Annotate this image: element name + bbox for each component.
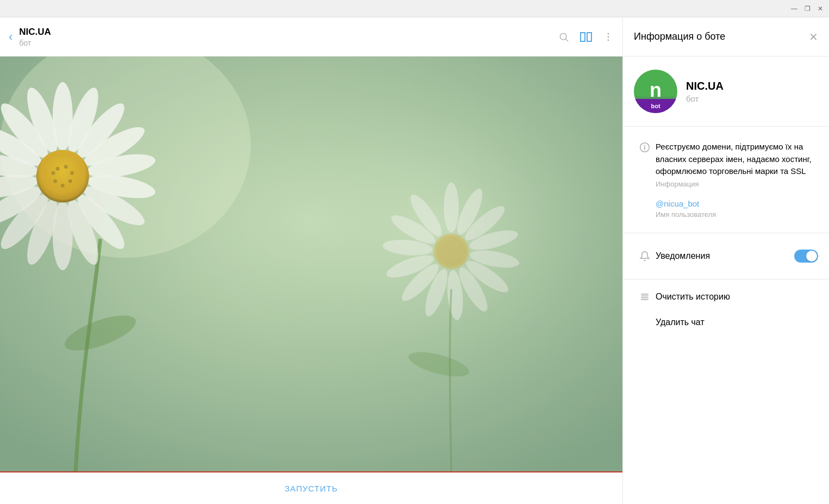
info-details-section: Реєструємо домени, підтримуємо їх на вла… (623, 127, 829, 233)
notifications-label: Уведомления (656, 251, 794, 261)
info-panel: Информация о боте ✕ n bot NIC.UA бот (622, 17, 829, 504)
close-button[interactable]: ✕ (816, 4, 825, 13)
bot-name: NIC.UA (686, 80, 724, 92)
app: ‹ NIC.UA бот (0, 17, 829, 504)
list-icon (639, 291, 650, 302)
info-panel-title: Информация о боте (634, 31, 809, 42)
minimize-button[interactable]: — (790, 4, 799, 13)
actions-section: Очистить историю Удалить чат (623, 279, 829, 339)
more-icon (603, 32, 614, 42)
chat-panel: ‹ NIC.UA бот (0, 17, 622, 504)
description-content: Реєструємо домени, підтримуємо їх на вла… (656, 141, 818, 188)
svg-rect-53 (0, 57, 622, 471)
bot-profile: n bot NIC.UA бот (623, 57, 829, 127)
bot-avatar-letter: n (650, 80, 662, 100)
more-options-button[interactable] (603, 32, 614, 42)
svg-point-0 (560, 33, 566, 40)
start-button[interactable]: ЗАПУСТИТЬ (0, 472, 622, 504)
notifications-row: Уведомления (634, 242, 818, 270)
columns-icon (580, 32, 592, 42)
info-icon (639, 142, 650, 153)
clear-history-item[interactable]: Очистить историю (623, 284, 829, 310)
svg-point-3 (608, 36, 609, 38)
chat-subtitle: бот (19, 39, 558, 47)
svg-line-1 (566, 39, 569, 41)
description-label: Информация (656, 180, 818, 188)
bot-name-section: NIC.UA бот (686, 80, 724, 103)
info-panel-close-button[interactable]: ✕ (809, 30, 818, 43)
username-icon-container (634, 199, 656, 200)
flower-illustration (0, 57, 622, 471)
start-button-container: ЗАПУСТИТЬ (0, 471, 622, 504)
svg-point-4 (608, 40, 609, 41)
chat-content (0, 57, 622, 471)
bell-icon (639, 250, 650, 262)
chat-header-info: NIC.UA бот (19, 27, 558, 47)
delete-chat-label: Удалить чат (656, 318, 705, 327)
clear-history-icon-container (634, 291, 656, 302)
description-row: Реєструємо домени, підтримуємо їх на вла… (634, 135, 818, 194)
bot-type: бот (686, 94, 724, 103)
bell-icon-container (634, 250, 656, 262)
notifications-section: Уведомления (623, 233, 829, 279)
username-content: @nicua_bot Имя пользователя (656, 199, 818, 219)
info-icon-container (634, 141, 656, 153)
chat-header: ‹ NIC.UA бот (0, 17, 622, 57)
bot-avatar-badge: bot (634, 99, 677, 113)
search-icon (558, 32, 569, 42)
notifications-toggle[interactable] (794, 250, 818, 263)
delete-chat-item[interactable]: Удалить чат (623, 310, 829, 335)
maximize-button[interactable]: ❐ (803, 4, 812, 13)
titlebar: — ❐ ✕ (0, 0, 829, 17)
username-label: Имя пользователя (656, 210, 818, 219)
description-text: Реєструємо домени, підтримуємо їх на вла… (656, 141, 818, 178)
bot-avatar: n bot (634, 70, 677, 113)
search-button[interactable] (558, 32, 569, 42)
info-panel-header: Информация о боте ✕ (623, 17, 829, 57)
chat-background (0, 57, 622, 471)
username-value[interactable]: @nicua_bot (656, 199, 818, 208)
panel-toggle-button[interactable] (580, 32, 592, 42)
svg-point-2 (608, 33, 609, 34)
clear-history-label: Очистить историю (656, 292, 730, 302)
chat-header-actions (558, 32, 614, 42)
back-button[interactable]: ‹ (9, 30, 13, 44)
username-row: @nicua_bot Имя пользователя (634, 194, 818, 224)
chat-title: NIC.UA (19, 27, 558, 38)
